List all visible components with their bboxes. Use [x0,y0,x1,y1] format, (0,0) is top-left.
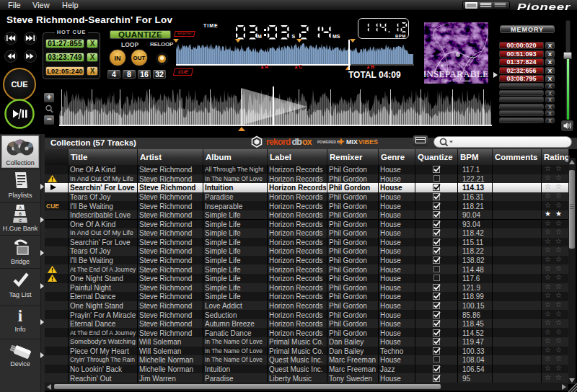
svg-text:C: C [19,218,22,223]
svg-text:ox: ox [302,137,312,147]
svg-text:B: B [19,212,22,216]
svg-text:®: ® [375,138,377,142]
svg-text:MIX: MIX [346,138,358,146]
svg-text:A: A [19,205,22,210]
svg-text:db: db [292,137,303,147]
svg-text:INSEPARABLE: INSEPARABLE [424,68,488,79]
svg-text:Steve Richmond: Steve Richmond [441,79,470,83]
svg-text:rekord: rekord [266,137,291,147]
